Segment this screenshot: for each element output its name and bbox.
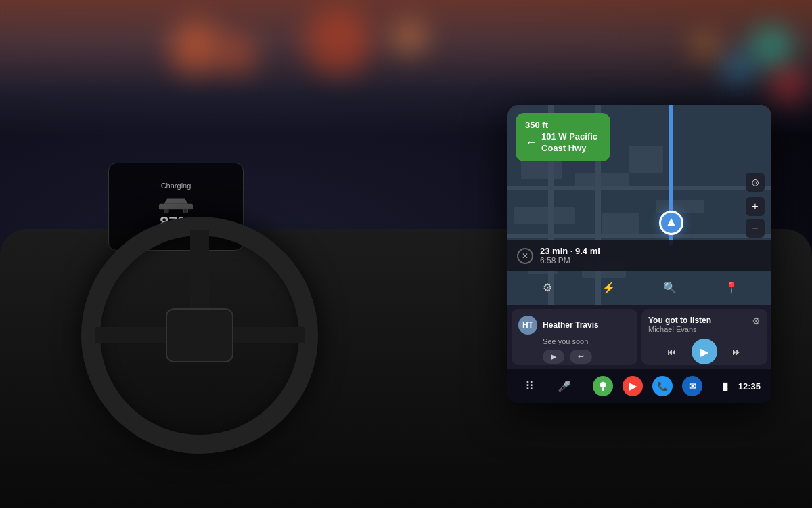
previous-track-button[interactable]: ⏮ [662,341,682,362]
song-title: You got to listen [648,316,711,325]
zoom-out-button[interactable]: − [746,219,765,238]
message-text: See you soon [518,337,631,345]
artist-name: Michael Evans [648,325,711,333]
next-track-button[interactable]: ⏭ [727,341,747,362]
background: Charging 87% [0,0,812,508]
turn-arrow: ← [525,135,537,150]
microphone-button[interactable]: 🎤 [554,375,575,397]
message-header: HT Heather Travis [518,316,631,335]
zoom-in-button[interactable]: + [746,197,765,216]
bokeh-light [751,27,792,68]
bokeh-light [217,34,257,75]
youtube-icon: ▶ [629,381,637,391]
google-maps-button[interactable] [593,376,613,396]
map-road [508,234,771,238]
turn-distance: 350 ft [525,120,601,130]
eta-arrival-time: 6:58 PM [540,256,762,266]
map-block [575,173,629,186]
maps-icon [597,380,609,392]
nav-left-icons: ⠿ 🎤 [518,375,575,397]
turn-street-name: 101 W PacificCoast Hwy [541,131,597,154]
steering-wheel-hub [166,308,233,362]
turn-instruction: 350 ft ← 101 W PacificCoast Hwy [516,113,610,161]
turn-street: ← 101 W PacificCoast Hwy [525,131,601,154]
svg-rect-0 [159,203,193,209]
android-auto-panel: 350 ft ← 101 W PacificCoast Hwy ✕ 23 min… [508,105,771,403]
play-message-button[interactable]: ▶ [543,350,564,364]
current-time: 12:35 [738,381,761,391]
search-icon[interactable]: 🔍 [659,276,681,298]
map-block [521,159,562,179]
steering-wheel-spoke-right [223,327,304,343]
steering-wheel [81,217,318,454]
bokeh-light [392,20,426,54]
map-block [629,146,663,173]
settings-icon[interactable]: ⚙ [537,276,558,298]
car-icon [156,196,196,213]
pin-icon[interactable]: 📍 [721,276,742,298]
phone-icon: 📞 [657,381,668,391]
music-settings-icon[interactable]: ⚙ [752,316,761,326]
signal-icon: ▐▌ [721,383,730,390]
bokeh-light [771,68,805,102]
contact-avatar: HT [518,316,537,335]
message-card: HT Heather Travis See you soon ▶ ↩ [512,309,637,365]
phone-button[interactable]: 📞 [652,376,673,396]
bokeh-light [724,54,751,81]
music-header: You got to listen Michael Evans ⚙ [648,316,761,333]
eta-strip: ✕ 23 min · 9.4 mi 6:58 PM [508,240,771,271]
bokeh-light [694,34,717,58]
map-block [656,200,704,213]
nav-app-icons: ▶ 📞 ✉ [593,376,702,396]
map-icons-row: ⚙ ⚡ 🔍 📍 [508,276,771,298]
play-icon: ▶ [551,352,556,361]
message-actions: ▶ ↩ [518,350,631,364]
messages-button[interactable]: ✉ [682,376,702,396]
map-road [508,186,771,190]
nav-right: ▐▌ 12:35 [721,381,761,391]
music-card: You got to listen Michael Evans ⚙ ⏮ ▶ ⏭ [641,309,767,365]
music-controls: ⏮ ▶ ⏭ [648,339,761,364]
youtube-music-button[interactable]: ▶ [623,376,643,396]
location-arrow [667,218,675,226]
location-dot [659,211,683,235]
charging-label: Charging [161,182,191,190]
eta-info: 23 min · 9.4 mi 6:58 PM [540,246,762,266]
map-area: 350 ft ← 101 W PacificCoast Hwy ✕ 23 min… [508,105,771,305]
close-navigation-button[interactable]: ✕ [517,248,533,264]
reply-message-button[interactable]: ↩ [570,350,592,364]
steering-wheel-spoke-left [95,327,176,343]
music-info: You got to listen Michael Evans [648,316,711,333]
recenter-button[interactable]: ◎ [746,173,765,192]
bottom-cards: HT Heather Travis See you soon ▶ ↩ [508,305,771,369]
svg-point-1 [164,208,168,213]
zoom-controls: ◎ + − [746,173,765,238]
svg-point-3 [600,382,606,388]
nav-bar: ⠿ 🎤 ▶ 📞 [508,369,771,403]
svg-point-2 [183,208,188,213]
bokeh-light [304,7,372,75]
map-block [514,207,575,224]
bokeh-light [169,20,223,75]
apps-grid-button[interactable]: ⠿ [518,375,540,397]
eta-time-distance: 23 min · 9.4 mi [540,246,762,256]
reply-icon: ↩ [578,352,584,361]
play-pause-button[interactable]: ▶ [692,339,717,364]
filter-icon[interactable]: ⚡ [598,276,620,298]
contact-name: Heather Travis [543,320,599,330]
messages-icon: ✉ [689,381,696,391]
